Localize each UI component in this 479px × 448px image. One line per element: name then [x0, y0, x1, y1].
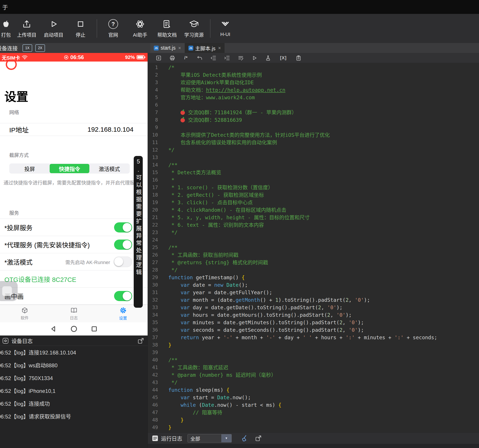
code-line: 28 */	[148, 266, 479, 274]
code-line: 24	[148, 236, 479, 244]
run-log-label: 运行日志	[161, 434, 182, 442]
tab-start-js[interactable]: JS start.js ×	[150, 43, 185, 53]
service-section-label: 服务	[9, 209, 19, 216]
zoom-1x-button[interactable]: 1X	[22, 44, 32, 52]
capture-mode-segmented-control: 投屏 快捷指令 激活模式	[9, 164, 130, 174]
print-icon[interactable]	[169, 55, 176, 61]
play-icon	[49, 19, 58, 29]
log-entry: 06:52【log】连接成功	[0, 397, 148, 410]
device-log-settings-icon[interactable]	[2, 337, 9, 344]
code-line: 27 * @returns {string} 格式化的时间戳	[148, 259, 479, 266]
toolbar-learning-button[interactable]: 学习资源	[180, 19, 207, 38]
clear-log-broom-icon[interactable]	[241, 435, 248, 442]
code-line: 44function sleep(ms) {	[148, 386, 479, 394]
open-in-window-icon[interactable]	[137, 337, 144, 344]
log-entry: 06:52【log】ws启动8880	[0, 359, 148, 372]
code-line: 4 帮助文档：http://help.autoapp.net.cn	[148, 86, 479, 94]
tab-label: 主脚本.js	[195, 44, 216, 52]
code-line: 31 var year = date.getFullYear();	[148, 289, 479, 296]
back-triangle-button[interactable]	[50, 325, 57, 333]
tab-main-script-js[interactable]: JS 主脚本.js ×	[185, 43, 225, 53]
code-line: 19 * 3. click() - 点击目标中心点	[148, 199, 479, 206]
code-line: 25/**	[148, 244, 479, 251]
toolbar-label: 官网	[108, 31, 118, 38]
close-icon[interactable]: ×	[178, 45, 181, 51]
editor-status-bar: 运行日志 全部 ▼	[148, 432, 479, 444]
js-file-icon: JS	[154, 46, 159, 51]
code-line: 13	[148, 154, 479, 161]
clear-log-icon[interactable]	[237, 55, 244, 61]
toolbar-ai-assistant-button[interactable]: AI助手	[127, 19, 153, 38]
toolbar-label: 停止	[76, 31, 85, 38]
capture-section-label: 截屏方式	[9, 151, 29, 158]
code-line: 8 交流QQ群：528816639	[148, 116, 479, 124]
toolbar-stop-button[interactable]: 停止	[67, 19, 94, 38]
code-line: 6	[148, 101, 479, 109]
capture-description: 通过快捷指令进行截屏，需要先配置快捷指令，并开启代理服务	[4, 179, 140, 186]
chevron-down-icon: ▼	[221, 434, 232, 442]
row-activation-mode[interactable]: *激活模式 需先启动 AK-Runner	[0, 253, 148, 270]
stop-icon	[76, 19, 85, 29]
code-line: 26 * 工具函数：获取当前时间戳	[148, 251, 479, 259]
code-line: 46 while (Date.now() - start < ms) {	[148, 401, 479, 409]
code-line: 5 官方地址：www.aiwork24.com	[148, 94, 479, 101]
screen-mirror-toggle[interactable]	[114, 222, 132, 232]
undo-icon[interactable]	[196, 55, 203, 61]
paste-icon[interactable]	[295, 55, 302, 61]
proxy-toggle[interactable]	[114, 240, 132, 250]
row-proxy-service[interactable]: *代理服务 (需先安装快捷指令)	[0, 236, 148, 253]
segment-shortcut[interactable]: 快捷指令	[50, 164, 90, 173]
code-line: 43 */	[148, 379, 479, 386]
log-filter-select[interactable]: 全部 ▼	[187, 434, 232, 442]
close-icon[interactable]: ×	[218, 45, 221, 51]
home-circle-button[interactable]	[70, 325, 78, 333]
status-time: 06:56	[70, 54, 84, 60]
variables-icon[interactable]: [X]	[279, 55, 288, 61]
zoom-2x-button[interactable]: 2X	[35, 44, 45, 52]
row-screen-mirror-service[interactable]: *投屏服务	[0, 219, 148, 236]
code-editor[interactable]: 1/*2 苹果iOS Detect类系统性使用示例3 欢迎使用AiWork苹果自…	[148, 63, 479, 432]
toolbar-package-button[interactable]: 打包	[0, 19, 13, 38]
toolbar-hui-button[interactable]: H-UI	[213, 20, 237, 37]
title-bar: 于	[0, 0, 479, 14]
code-line: 29function getTimestamp() {	[148, 274, 479, 281]
phone-tab-logs[interactable]: 日志	[49, 305, 98, 323]
app-window: 于 打包 上传项目 启动项目 停止	[0, 0, 479, 448]
activation-toggle[interactable]	[114, 257, 132, 267]
code-line: 17 * 1. score() - 获取检测分数（置信度）	[148, 184, 479, 191]
format-code-icon[interactable]: /*	[183, 55, 189, 61]
annotation-text: 5.可以根据需要扩展异常处理逻辑	[134, 158, 143, 308]
toolbar-label: AI助手	[133, 31, 147, 38]
toolbar-website-button[interactable]: ? 官网	[100, 19, 127, 38]
code-line: 18 * 2. getRect() - 获取检测区域坐标	[148, 191, 479, 199]
outdent-icon[interactable]	[210, 55, 217, 61]
new-file-icon[interactable]	[155, 55, 162, 61]
segment-activation[interactable]: 激活模式	[89, 164, 129, 173]
ip-value: 192.168.10.104	[87, 126, 133, 133]
phone-tab-software[interactable]: 软件	[0, 305, 49, 323]
toolbar-help-docs-button[interactable]: 帮助文档	[153, 19, 180, 38]
segment-screen-mirror[interactable]: 投屏	[10, 164, 50, 173]
software-icon	[21, 307, 28, 314]
recents-square-button[interactable]	[90, 325, 98, 333]
toolbar-label: 学习资源	[184, 31, 204, 38]
pip-toggle[interactable]	[114, 291, 132, 301]
toolbar-upload-button[interactable]: 上传项目	[13, 19, 40, 38]
phone-tab-label: 软件	[21, 315, 29, 321]
apple-emoji-icon	[180, 118, 185, 122]
code-line: 47 // 阻塞等待	[148, 409, 479, 416]
run-script-icon[interactable]	[251, 55, 258, 61]
test-flask-icon[interactable]	[265, 55, 271, 61]
code-line: 23 */	[148, 229, 479, 236]
indent-icon[interactable]	[224, 55, 230, 61]
assistive-touch-button[interactable]	[0, 281, 18, 301]
ip-address-row[interactable]: IP地址 192.168.10.104	[0, 123, 148, 136]
row-otg-status: OTG设备已连接 8C27CE	[0, 270, 148, 287]
network-section-label: 网络	[9, 108, 19, 115]
toolbar-separator	[97, 19, 97, 38]
menu-item-about[interactable]: 于	[2, 3, 8, 11]
toolbar-run-project-button[interactable]: 启动项目	[40, 19, 67, 38]
open-log-window-icon[interactable]	[255, 435, 262, 441]
row-picture-in-picture[interactable]: 画中画	[0, 287, 148, 305]
code-lines: 1/*2 苹果iOS Detect类系统性使用示例3 欢迎使用AiWork苹果自…	[148, 64, 479, 432]
